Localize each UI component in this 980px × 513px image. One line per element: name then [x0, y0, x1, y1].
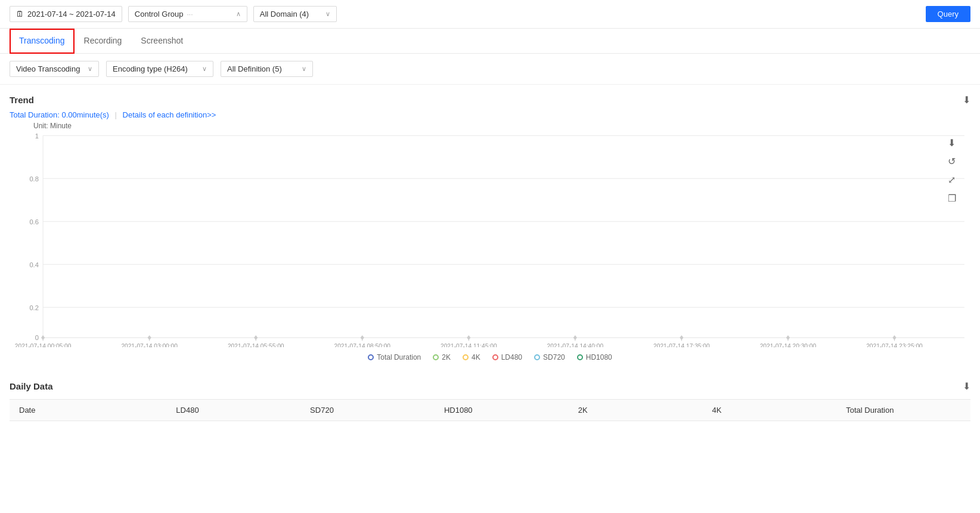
col-2k: 2K	[569, 406, 703, 415]
tabs-bar: Transcoding Recording Screenshot	[0, 29, 980, 54]
query-button[interactable]: Query	[926, 6, 970, 22]
svg-marker-34	[361, 335, 364, 340]
svg-text:2021-07-14 08:50:00: 2021-07-14 08:50:00	[334, 343, 390, 347]
svg-text:0.2: 0.2	[29, 304, 39, 311]
svg-text:2021-07-14 14:40:00: 2021-07-14 14:40:00	[547, 343, 604, 347]
col-sd720: SD720	[300, 406, 435, 415]
tab-transcoding[interactable]: Transcoding	[10, 29, 75, 54]
chart-download-icon[interactable]: ⬇	[948, 137, 956, 149]
svg-text:2021-07-14 00:05:00: 2021-07-14 00:05:00	[15, 343, 72, 347]
domain-select[interactable]: All Domain (4) ∨	[253, 6, 337, 22]
legend-dot-ld480	[492, 354, 498, 360]
legend-dot-sd720	[534, 354, 540, 360]
svg-text:2021-07-14 17:35:00: 2021-07-14 17:35:00	[653, 343, 710, 347]
encoding-filter-label: Encoding type (H264)	[113, 64, 188, 73]
svg-marker-33	[254, 335, 258, 340]
daily-data-title: Daily Data	[10, 381, 53, 391]
total-duration-value: 0.00minute(s)	[61, 110, 108, 119]
encoding-filter[interactable]: Encoding type (H264) ∨	[106, 61, 213, 77]
svg-text:2021-07-14 20:30:00: 2021-07-14 20:30:00	[760, 343, 817, 347]
legend-label-sd720: SD720	[543, 353, 565, 361]
svg-marker-37	[680, 335, 683, 340]
chart-fullscreen-icon[interactable]: ⤢	[948, 174, 956, 186]
chart-legend: Total Duration 2K 4K LD480 SD720 HD1080	[10, 353, 970, 361]
total-duration-label: Total Duration:	[10, 110, 61, 119]
control-group-placeholder: ···	[187, 10, 193, 18]
chart-refresh-icon[interactable]: ↺	[948, 156, 956, 167]
chevron-down-type: ∨	[88, 65, 92, 73]
col-total-duration: Total Duration	[836, 406, 970, 415]
svg-text:2021-07-14 23:25:00: 2021-07-14 23:25:00	[866, 343, 923, 347]
svg-text:0.6: 0.6	[29, 218, 39, 225]
legend-label-ld480: LD480	[501, 353, 522, 361]
svg-text:0: 0	[35, 334, 39, 341]
tab-recording[interactable]: Recording	[75, 29, 132, 54]
trend-title: Trend	[10, 95, 34, 105]
legend-label-total: Total Duration	[377, 353, 421, 361]
svg-marker-31	[41, 335, 45, 340]
filter-row: Video Transcoding ∨ Encoding type (H264)…	[0, 54, 980, 85]
chart-actions: ⬇ ↺ ⤢ ❐	[943, 132, 961, 209]
svg-text:2021-07-14 03:00:00: 2021-07-14 03:00:00	[121, 343, 178, 347]
svg-marker-38	[786, 335, 790, 340]
trend-chart: 1 0.8 0.6 0.4 0.2 0 2021-07-14 00:05:00 …	[10, 132, 970, 347]
chevron-down-icon: ∧	[236, 10, 241, 18]
svg-text:1: 1	[35, 132, 39, 140]
chart-area: 1 0.8 0.6 0.4 0.2 0 2021-07-14 00:05:00 …	[10, 132, 970, 347]
date-range-value: 2021-07-14 ~ 2021-07-14	[27, 10, 116, 18]
date-range-button[interactable]: 🗓 2021-07-14 ~ 2021-07-14	[10, 6, 122, 22]
trend-meta: Total Duration: 0.00minute(s) | Details …	[10, 110, 970, 119]
trend-header: Trend ⬇	[10, 94, 970, 106]
col-hd1080: HD1080	[435, 406, 569, 415]
legend-label-2k: 2K	[442, 353, 451, 361]
chart-resize-icon[interactable]: ❐	[948, 193, 956, 204]
col-ld480: LD480	[166, 406, 300, 415]
svg-marker-36	[573, 335, 577, 340]
daily-data-header: Daily Data ⬇	[10, 381, 970, 392]
legend-4k: 4K	[463, 353, 480, 361]
col-4k: 4K	[702, 406, 836, 415]
svg-text:0.4: 0.4	[29, 261, 39, 268]
svg-marker-32	[148, 335, 151, 340]
control-group-label: Control Group	[135, 10, 184, 18]
table-header-row: Date LD480 SD720 HD1080 2K 4K Total Dura…	[10, 399, 970, 421]
chevron-down-encoding: ∨	[202, 65, 207, 73]
domain-label: All Domain (4)	[260, 10, 309, 18]
legend-label-hd1080: HD1080	[586, 353, 612, 361]
legend-2k: 2K	[433, 353, 451, 361]
chevron-down-icon-domain: ∨	[325, 10, 330, 18]
svg-text:2021-07-14 11:45:00: 2021-07-14 11:45:00	[441, 343, 497, 347]
control-group-select[interactable]: Control Group ··· ∧	[128, 6, 247, 22]
tab-screenshot[interactable]: Screenshot	[131, 29, 193, 54]
type-filter-label: Video Transcoding	[16, 64, 80, 73]
legend-ld480: LD480	[492, 353, 522, 361]
legend-label-4k: 4K	[472, 353, 480, 361]
top-bar: 🗓 2021-07-14 ~ 2021-07-14 Control Group …	[0, 0, 980, 29]
calendar-icon: 🗓	[16, 10, 24, 18]
col-date: Date	[10, 406, 166, 415]
legend-dot-2k	[433, 354, 439, 360]
svg-text:2021-07-14 05:55:00: 2021-07-14 05:55:00	[228, 343, 284, 347]
legend-total-duration: Total Duration	[368, 353, 421, 361]
legend-sd720: SD720	[534, 353, 565, 361]
legend-hd1080: HD1080	[577, 353, 612, 361]
definition-filter[interactable]: All Definition (5) ∨	[221, 61, 313, 77]
svg-marker-35	[467, 335, 470, 340]
definition-details-link[interactable]: Details of each definition>>	[123, 110, 216, 119]
chevron-down-definition: ∨	[302, 65, 306, 73]
legend-dot-4k	[463, 354, 469, 360]
daily-data-section: Daily Data ⬇ Date LD480 SD720 HD1080 2K …	[0, 371, 980, 431]
svg-text:0.8: 0.8	[29, 175, 39, 182]
legend-dot-total	[368, 354, 374, 360]
svg-marker-39	[892, 335, 896, 340]
definition-filter-label: All Definition (5)	[227, 64, 282, 73]
type-filter[interactable]: Video Transcoding ∨	[10, 61, 99, 77]
legend-dot-hd1080	[577, 354, 583, 360]
daily-data-download-icon[interactable]: ⬇	[963, 381, 970, 392]
trend-section: Trend ⬇ Total Duration: 0.00minute(s) | …	[0, 85, 980, 371]
chart-unit-label: Unit: Minute	[33, 122, 970, 130]
trend-download-icon[interactable]: ⬇	[963, 94, 970, 106]
